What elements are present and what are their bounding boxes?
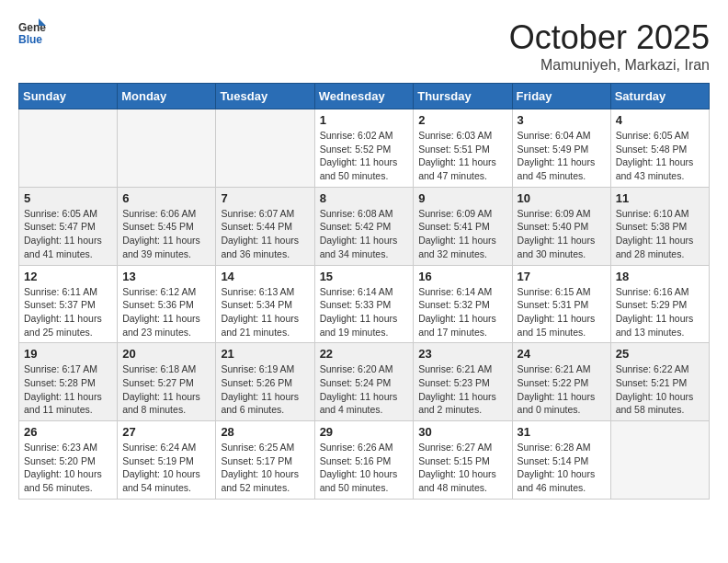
calendar-cell: 16Sunrise: 6:14 AM Sunset: 5:32 PM Dayli…: [414, 265, 512, 343]
day-number: 3: [518, 113, 606, 127]
day-number: 18: [616, 270, 704, 283]
calendar-cell: 12Sunrise: 6:11 AM Sunset: 5:37 PM Dayli…: [19, 265, 118, 343]
day-number: 25: [616, 347, 704, 361]
calendar-cell: 18Sunrise: 6:16 AM Sunset: 5:29 PM Dayli…: [610, 265, 709, 343]
day-info: Sunrise: 6:12 AM Sunset: 5:36 PM Dayligh…: [122, 285, 210, 339]
calendar-week-5: 26Sunrise: 6:23 AM Sunset: 5:20 PM Dayli…: [19, 421, 710, 500]
day-number: 11: [616, 191, 704, 205]
day-number: 26: [24, 425, 112, 439]
weekday-header-monday: Monday: [118, 84, 216, 109]
day-info: Sunrise: 6:06 AM Sunset: 5:45 PM Dayligh…: [122, 207, 210, 261]
day-info: Sunrise: 6:18 AM Sunset: 5:27 PM Dayligh…: [122, 362, 210, 417]
day-number: 17: [518, 270, 606, 283]
day-info: Sunrise: 6:28 AM Sunset: 5:14 PM Dayligh…: [518, 441, 606, 495]
day-number: 9: [418, 191, 506, 205]
page-header: General Blue October 2025 Mamuniyeh, Mar…: [18, 18, 710, 74]
calendar-cell: 26Sunrise: 6:23 AM Sunset: 5:20 PM Dayli…: [19, 421, 118, 500]
location: Mamuniyeh, Markazi, Iran: [509, 57, 710, 74]
weekday-header-saturday: Saturday: [610, 84, 709, 109]
calendar-cell: 7Sunrise: 6:07 AM Sunset: 5:44 PM Daylig…: [216, 187, 314, 265]
calendar-cell: 17Sunrise: 6:15 AM Sunset: 5:31 PM Dayli…: [512, 265, 610, 343]
title-block: October 2025 Mamuniyeh, Markazi, Iran: [509, 18, 710, 74]
day-number: 2: [418, 113, 506, 127]
calendar-cell: [118, 109, 216, 188]
weekday-header-thursday: Thursday: [414, 84, 512, 109]
day-info: Sunrise: 6:27 AM Sunset: 5:15 PM Dayligh…: [418, 441, 506, 495]
day-info: Sunrise: 6:04 AM Sunset: 5:49 PM Dayligh…: [518, 129, 606, 183]
day-number: 4: [616, 113, 704, 127]
day-number: 24: [518, 347, 606, 361]
day-info: Sunrise: 6:02 AM Sunset: 5:52 PM Dayligh…: [320, 129, 409, 183]
calendar-cell: 6Sunrise: 6:06 AM Sunset: 5:45 PM Daylig…: [118, 187, 216, 265]
day-number: 23: [418, 347, 506, 361]
calendar-cell: 14Sunrise: 6:13 AM Sunset: 5:34 PM Dayli…: [216, 265, 314, 343]
day-info: Sunrise: 6:22 AM Sunset: 5:21 PM Dayligh…: [616, 362, 704, 417]
calendar-cell: 3Sunrise: 6:04 AM Sunset: 5:49 PM Daylig…: [512, 109, 610, 188]
day-info: Sunrise: 6:15 AM Sunset: 5:31 PM Dayligh…: [518, 285, 606, 339]
day-number: 7: [221, 191, 309, 205]
day-info: Sunrise: 6:17 AM Sunset: 5:28 PM Dayligh…: [24, 362, 112, 417]
calendar-cell: 31Sunrise: 6:28 AM Sunset: 5:14 PM Dayli…: [512, 421, 610, 500]
svg-text:Blue: Blue: [18, 33, 42, 46]
calendar-cell: 15Sunrise: 6:14 AM Sunset: 5:33 PM Dayli…: [314, 265, 414, 343]
day-number: 28: [221, 425, 309, 439]
day-info: Sunrise: 6:21 AM Sunset: 5:23 PM Dayligh…: [418, 362, 506, 417]
calendar-week-1: 1Sunrise: 6:02 AM Sunset: 5:52 PM Daylig…: [19, 109, 710, 188]
calendar-cell: 25Sunrise: 6:22 AM Sunset: 5:21 PM Dayli…: [610, 343, 709, 421]
calendar-week-3: 12Sunrise: 6:11 AM Sunset: 5:37 PM Dayli…: [19, 265, 710, 343]
calendar-cell: 2Sunrise: 6:03 AM Sunset: 5:51 PM Daylig…: [414, 109, 512, 188]
day-info: Sunrise: 6:05 AM Sunset: 5:47 PM Dayligh…: [24, 207, 112, 261]
calendar-cell: 1Sunrise: 6:02 AM Sunset: 5:52 PM Daylig…: [314, 109, 414, 188]
day-number: 30: [418, 425, 506, 439]
day-info: Sunrise: 6:19 AM Sunset: 5:26 PM Dayligh…: [221, 362, 309, 417]
calendar-cell: 10Sunrise: 6:09 AM Sunset: 5:40 PM Dayli…: [512, 187, 610, 265]
calendar-cell: [216, 109, 314, 188]
day-number: 31: [518, 425, 606, 439]
day-number: 16: [418, 270, 506, 283]
day-info: Sunrise: 6:23 AM Sunset: 5:20 PM Dayligh…: [24, 441, 112, 495]
day-number: 15: [320, 270, 409, 283]
calendar-cell: 23Sunrise: 6:21 AM Sunset: 5:23 PM Dayli…: [414, 343, 512, 421]
calendar-cell: 9Sunrise: 6:09 AM Sunset: 5:41 PM Daylig…: [414, 187, 512, 265]
calendar-cell: 29Sunrise: 6:26 AM Sunset: 5:16 PM Dayli…: [314, 421, 414, 500]
day-number: 29: [320, 425, 409, 439]
day-number: 1: [320, 113, 409, 127]
day-number: 22: [320, 347, 409, 361]
calendar-cell: 21Sunrise: 6:19 AM Sunset: 5:26 PM Dayli…: [216, 343, 314, 421]
day-info: Sunrise: 6:03 AM Sunset: 5:51 PM Dayligh…: [418, 129, 506, 183]
day-info: Sunrise: 6:20 AM Sunset: 5:24 PM Dayligh…: [320, 362, 409, 417]
logo-icon: General Blue: [18, 18, 46, 46]
day-info: Sunrise: 6:14 AM Sunset: 5:32 PM Dayligh…: [418, 285, 506, 339]
calendar-cell: 13Sunrise: 6:12 AM Sunset: 5:36 PM Dayli…: [118, 265, 216, 343]
day-number: 5: [24, 191, 112, 205]
day-number: 21: [221, 347, 309, 361]
day-info: Sunrise: 6:08 AM Sunset: 5:42 PM Dayligh…: [320, 207, 409, 261]
calendar-cell: 22Sunrise: 6:20 AM Sunset: 5:24 PM Dayli…: [314, 343, 414, 421]
day-info: Sunrise: 6:26 AM Sunset: 5:16 PM Dayligh…: [320, 441, 409, 495]
calendar-cell: 24Sunrise: 6:21 AM Sunset: 5:22 PM Dayli…: [512, 343, 610, 421]
day-info: Sunrise: 6:16 AM Sunset: 5:29 PM Dayligh…: [616, 285, 704, 339]
calendar-cell: 4Sunrise: 6:05 AM Sunset: 5:48 PM Daylig…: [610, 109, 709, 188]
day-number: 13: [122, 270, 210, 283]
weekday-header-tuesday: Tuesday: [216, 84, 314, 109]
calendar-cell: 8Sunrise: 6:08 AM Sunset: 5:42 PM Daylig…: [314, 187, 414, 265]
day-info: Sunrise: 6:25 AM Sunset: 5:17 PM Dayligh…: [221, 441, 309, 495]
calendar-cell: 5Sunrise: 6:05 AM Sunset: 5:47 PM Daylig…: [19, 187, 118, 265]
day-info: Sunrise: 6:10 AM Sunset: 5:38 PM Dayligh…: [616, 207, 704, 261]
calendar-week-2: 5Sunrise: 6:05 AM Sunset: 5:47 PM Daylig…: [19, 187, 710, 265]
day-info: Sunrise: 6:09 AM Sunset: 5:41 PM Dayligh…: [418, 207, 506, 261]
day-number: 10: [518, 191, 606, 205]
day-info: Sunrise: 6:13 AM Sunset: 5:34 PM Dayligh…: [221, 285, 309, 339]
calendar-cell: 27Sunrise: 6:24 AM Sunset: 5:19 PM Dayli…: [118, 421, 216, 500]
weekday-header-row: SundayMondayTuesdayWednesdayThursdayFrid…: [19, 84, 710, 109]
day-number: 19: [24, 347, 112, 361]
calendar-cell: 28Sunrise: 6:25 AM Sunset: 5:17 PM Dayli…: [216, 421, 314, 500]
day-number: 20: [122, 347, 210, 361]
calendar-cell: [19, 109, 118, 188]
day-info: Sunrise: 6:24 AM Sunset: 5:19 PM Dayligh…: [122, 441, 210, 495]
day-info: Sunrise: 6:05 AM Sunset: 5:48 PM Dayligh…: [616, 129, 704, 183]
day-number: 14: [221, 270, 309, 283]
day-number: 8: [320, 191, 409, 205]
day-info: Sunrise: 6:21 AM Sunset: 5:22 PM Dayligh…: [518, 362, 606, 417]
calendar-table: SundayMondayTuesdayWednesdayThursdayFrid…: [18, 83, 710, 500]
